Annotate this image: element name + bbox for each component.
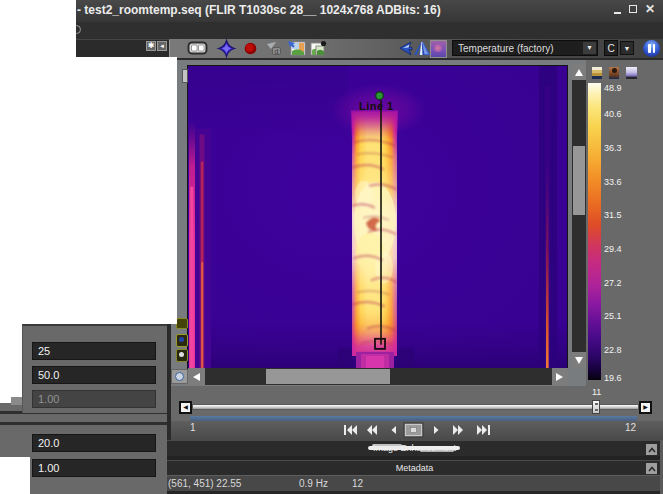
svg-text:Line 1: Line 1 (359, 100, 394, 112)
svg-text:d: d (275, 48, 279, 55)
